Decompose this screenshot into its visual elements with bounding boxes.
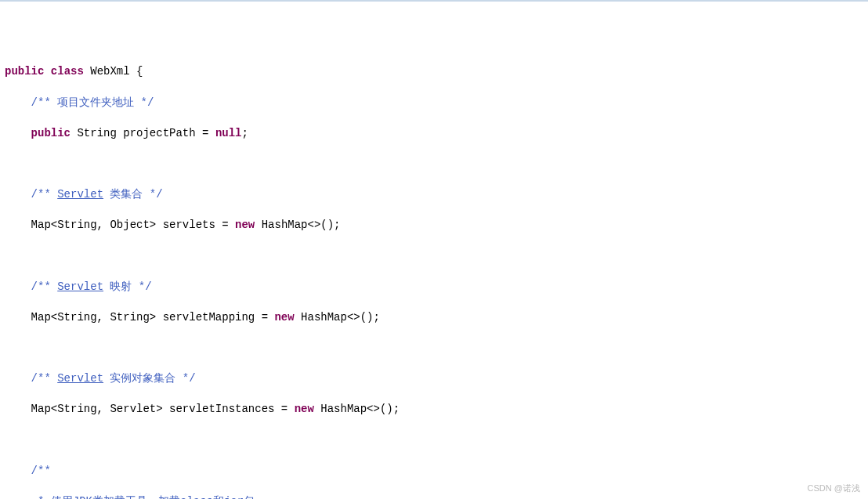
- expr: HashMap<>();: [314, 403, 400, 415]
- blank-line: [5, 433, 863, 449]
- expr: HashMap<>();: [255, 219, 340, 231]
- code-line: Map<String, String> servletMapping = new…: [5, 310, 863, 326]
- expr: HashMap<>();: [295, 311, 380, 324]
- watermark-text: CSDN @诺浅: [808, 483, 860, 494]
- code-line: /** Servlet 类集合 */: [5, 187, 863, 203]
- javadoc: /** 项目文件夹地址 */: [31, 96, 154, 109]
- code-line: * 使用JDK类加载工具，加载class和jar包: [5, 494, 863, 499]
- javadoc: /**: [31, 372, 58, 385]
- blank-line: [5, 249, 863, 265]
- javadoc-link: Servlet: [57, 188, 103, 201]
- class-name: WebXml {: [84, 65, 143, 78]
- javadoc-link: Servlet: [57, 280, 103, 293]
- javadoc: * 使用JDK类加载工具，加载class和jar包: [31, 495, 255, 499]
- field-decl: Map<String, String> servletMapping =: [31, 311, 275, 324]
- code-line: Map<String, Servlet> servletInstances = …: [5, 402, 863, 418]
- javadoc: /**: [31, 465, 51, 477]
- javadoc: 映射 */: [103, 280, 152, 293]
- javadoc: /**: [31, 188, 58, 201]
- javadoc: /**: [31, 280, 58, 293]
- code-line: /** 项目文件夹地址 */: [5, 96, 863, 111]
- field-decl: String projectPath =: [71, 127, 215, 139]
- field-decl: Map<String, Object> servlets =: [31, 219, 235, 231]
- code-line: /** Servlet 映射 */: [5, 280, 863, 295]
- code-line: /** Servlet 实例对象集合 */: [5, 371, 863, 387]
- keyword: class: [51, 65, 84, 78]
- javadoc: 实例对象集合 */: [103, 372, 196, 385]
- keyword: new: [235, 219, 255, 231]
- keyword: new: [274, 311, 294, 324]
- keyword: public: [5, 65, 44, 78]
- keyword: null: [215, 127, 242, 139]
- keyword: public: [31, 127, 71, 139]
- keyword: new: [295, 403, 314, 415]
- code-line: /**: [5, 464, 863, 479]
- code-line: public class WebXml {: [5, 64, 863, 80]
- blank-line: [5, 341, 863, 356]
- blank-line: [5, 157, 863, 172]
- field-decl: Map<String, Servlet> servletInstances =: [31, 403, 295, 415]
- code-line: Map<String, Object> servlets = new HashM…: [5, 218, 863, 233]
- code-line: public String projectPath = null;: [5, 126, 863, 142]
- javadoc: 类集合 */: [103, 188, 163, 201]
- javadoc-link: Servlet: [57, 372, 103, 385]
- semicolon: ;: [241, 127, 248, 139]
